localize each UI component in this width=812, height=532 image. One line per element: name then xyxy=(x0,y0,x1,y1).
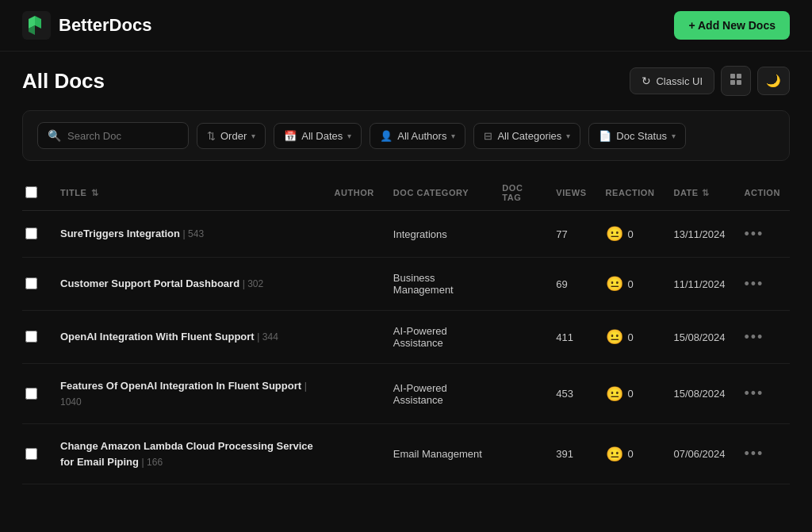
row-author-cell xyxy=(324,211,383,258)
date-sort-icon[interactable]: ⇅ xyxy=(702,188,710,198)
classic-ui-label: Classic UI xyxy=(656,75,703,87)
doc-title-0[interactable]: SureTriggers Integration xyxy=(60,228,180,239)
categories-icon: ⊟ xyxy=(484,130,492,142)
doc-title-4[interactable]: Change Amazon Lambda Cloud Processing Se… xyxy=(60,440,313,468)
row-reaction-cell: 😐 0 xyxy=(596,311,665,364)
row-category-cell: Business Management xyxy=(384,258,492,311)
row-author-cell xyxy=(324,424,383,484)
grid-icon xyxy=(730,73,742,89)
svg-rect-3 xyxy=(730,80,735,85)
all-categories-dropdown[interactable]: ⊟ All Categories ▾ xyxy=(473,123,580,149)
title-actions: ↻ Classic UI 🌙 xyxy=(630,66,790,96)
add-new-docs-button[interactable]: + Add New Docs xyxy=(674,11,790,40)
page-title-bar: All Docs ↻ Classic UI 🌙 xyxy=(0,52,812,107)
row-checkbox-3[interactable] xyxy=(25,388,37,400)
reaction-emoji-3: 😐 xyxy=(606,385,623,403)
date-th: Date ⇅ xyxy=(664,175,734,211)
action-column-label: Action xyxy=(745,188,780,197)
row-action-menu-0[interactable]: ••• xyxy=(745,226,764,242)
row-checkbox-cell xyxy=(22,258,51,311)
order-sort-icon: ⇅ xyxy=(207,130,216,142)
row-author-cell xyxy=(324,364,383,424)
row-date-cell: 11/11/2024 xyxy=(664,258,734,311)
row-category-cell: AI-Powered Assistance xyxy=(384,364,492,424)
grid-view-button[interactable] xyxy=(721,66,751,96)
doc-id-2: | 344 xyxy=(257,331,278,343)
all-authors-label: All Authors xyxy=(397,130,446,142)
betterdocs-logo-icon xyxy=(22,11,51,40)
title-sort-icon[interactable]: ⇅ xyxy=(91,188,99,198)
row-views-cell: 411 xyxy=(546,311,596,364)
row-date-cell: 13/11/2024 xyxy=(664,211,734,258)
author-column-label: Author xyxy=(334,188,373,197)
reaction-count-4: 0 xyxy=(628,448,634,460)
reaction-emoji-4: 😐 xyxy=(606,446,623,463)
select-all-checkbox[interactable] xyxy=(25,186,37,198)
row-title-cell: Customer Support Portal Dashboard | 302 xyxy=(51,258,324,311)
table-header-row: Title ⇅ Author Doc Category Doc Tag View… xyxy=(22,175,790,211)
row-tag-cell xyxy=(492,364,546,424)
svg-rect-1 xyxy=(730,74,735,78)
row-tag-cell xyxy=(492,311,546,364)
search-icon: 🔍 xyxy=(48,129,61,142)
all-authors-dropdown[interactable]: 👤 All Authors ▾ xyxy=(370,123,465,149)
doc-category-th: Doc Category xyxy=(384,175,492,211)
reaction-emoji-1: 😐 xyxy=(606,275,623,293)
row-action-menu-4[interactable]: ••• xyxy=(745,446,764,461)
row-reaction-cell: 😐 0 xyxy=(596,258,665,311)
row-date-cell: 15/08/2024 xyxy=(664,311,734,364)
table-row: OpenAI Integration With Fluent Support |… xyxy=(22,311,790,364)
row-category-cell: Email Management xyxy=(384,424,492,484)
row-action-menu-1[interactable]: ••• xyxy=(745,276,764,292)
row-reaction-cell: 😐 0 xyxy=(596,211,665,258)
all-dates-dropdown[interactable]: 📅 All Dates ▾ xyxy=(274,123,362,149)
order-dropdown[interactable]: ⇅ Order ▾ xyxy=(197,123,266,149)
views-column-label: Views xyxy=(556,188,586,197)
categories-chevron-icon: ▾ xyxy=(566,132,570,140)
row-checkbox-0[interactable] xyxy=(25,228,37,239)
svg-rect-4 xyxy=(737,80,741,85)
row-checkbox-2[interactable] xyxy=(25,331,37,343)
row-checkbox-4[interactable] xyxy=(25,448,37,460)
docs-table-wrap: Title ⇅ Author Doc Category Doc Tag View… xyxy=(22,175,790,484)
reaction-emoji-2: 😐 xyxy=(606,328,623,346)
doc-title-1[interactable]: Customer Support Portal Dashboard xyxy=(60,277,239,289)
row-action-menu-2[interactable]: ••• xyxy=(745,329,764,345)
moon-icon: 🌙 xyxy=(766,74,781,88)
search-input[interactable] xyxy=(67,130,178,142)
logo-area: BetterDocs xyxy=(22,11,151,40)
doc-title-3[interactable]: Features Of OpenAI Integration In Fluent… xyxy=(60,380,301,392)
row-views-cell: 69 xyxy=(546,258,596,311)
doc-title-2[interactable]: OpenAI Integration With Fluent Support xyxy=(60,331,255,343)
row-checkbox-cell xyxy=(22,311,51,364)
authors-icon: 👤 xyxy=(380,130,393,142)
filter-bar: 🔍 ⇅ Order ▾ 📅 All Dates ▾ 👤 All Authors … xyxy=(22,110,790,161)
row-date-cell: 15/08/2024 xyxy=(664,364,734,424)
all-dates-label: All Dates xyxy=(301,130,343,142)
row-action-cell: ••• xyxy=(735,311,791,364)
row-reaction-cell: 😐 0 xyxy=(596,364,665,424)
views-th: Views xyxy=(546,175,596,211)
reaction-emoji-0: 😐 xyxy=(606,225,623,243)
doc-status-chevron-icon: ▾ xyxy=(672,132,676,140)
dark-mode-button[interactable]: 🌙 xyxy=(757,67,790,95)
row-checkbox-cell xyxy=(22,211,51,258)
row-checkbox-1[interactable] xyxy=(25,277,37,289)
classic-ui-button[interactable]: ↻ Classic UI xyxy=(630,67,714,94)
row-title-cell: Features Of OpenAI Integration In Fluent… xyxy=(51,364,324,424)
row-checkbox-cell xyxy=(22,364,51,424)
authors-chevron-icon: ▾ xyxy=(451,132,455,140)
action-th: Action xyxy=(735,175,791,211)
header: BetterDocs + Add New Docs xyxy=(0,0,812,52)
row-action-cell: ••• xyxy=(735,258,791,311)
row-tag-cell xyxy=(492,424,546,484)
reaction-count-3: 0 xyxy=(628,388,634,400)
row-views-cell: 453 xyxy=(546,364,596,424)
doc-status-dropdown[interactable]: 📄 Doc Status ▾ xyxy=(588,123,686,149)
row-action-cell: ••• xyxy=(735,211,791,258)
reaction-count-1: 0 xyxy=(628,278,634,290)
search-input-wrap[interactable]: 🔍 xyxy=(37,122,189,149)
row-action-menu-3[interactable]: ••• xyxy=(745,385,764,401)
reaction-count-0: 0 xyxy=(628,228,634,240)
doc-status-label: Doc Status xyxy=(616,130,667,142)
